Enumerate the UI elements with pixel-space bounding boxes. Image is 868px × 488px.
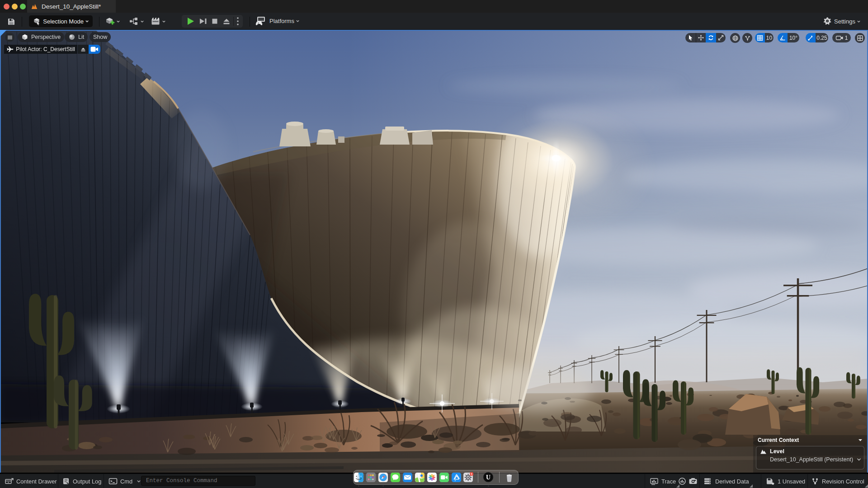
svg-text:8: 8 xyxy=(471,472,472,475)
svg-text:U: U xyxy=(486,474,491,481)
